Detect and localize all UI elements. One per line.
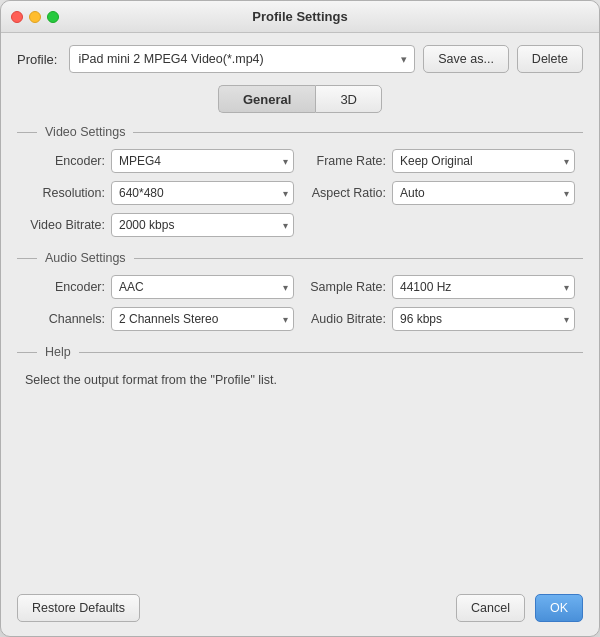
help-section: Help Select the output format from the "… [17,345,583,387]
help-line-right [79,352,583,353]
audio-encoder-select[interactable]: AAC MP3 AC3 FLAC [111,275,294,299]
frame-rate-select-wrap: Keep Original 23.97 24 25 29.97 30 60 [392,149,575,173]
resolution-label: Resolution: [25,186,105,200]
aspect-ratio-label: Aspect Ratio: [306,186,386,200]
help-line-left [17,352,37,353]
encoder-row: Encoder: MPEG4 H.264 H.265 VP8 [25,149,294,173]
aspect-ratio-select-wrap: Auto 4:3 16:9 16:10 [392,181,575,205]
sample-rate-select[interactable]: 22050 Hz 44100 Hz 48000 Hz [392,275,575,299]
resolution-row: Resolution: 640*480 720*480 1280*720 192… [25,181,294,205]
channels-select-wrap: Mono 2 Channels Stereo 5.1 [111,307,294,331]
audio-encoder-row: Encoder: AAC MP3 AC3 FLAC [25,275,294,299]
close-button[interactable] [11,11,23,23]
profile-select[interactable]: iPad mini 2 MPEG4 Video(*.mp4) iPad Air … [69,45,415,73]
delete-button[interactable]: Delete [517,45,583,73]
resolution-select-wrap: 640*480 720*480 1280*720 1920*1080 [111,181,294,205]
encoder-select-wrap: MPEG4 H.264 H.265 VP8 [111,149,294,173]
help-text: Select the output format from the "Profi… [17,369,583,387]
audio-bitrate-row: Audio Bitrate: 64 kbps 96 kbps 128 kbps … [306,307,575,331]
help-title: Help [45,345,71,359]
channels-select[interactable]: Mono 2 Channels Stereo 5.1 [111,307,294,331]
bottom-right: Cancel OK [456,594,583,622]
video-settings-title: Video Settings [45,125,125,139]
frame-rate-select[interactable]: Keep Original 23.97 24 25 29.97 30 60 [392,149,575,173]
video-bitrate-row: Video Bitrate: 500 kbps 1000 kbps 1500 k… [25,213,294,237]
profile-select-wrap: iPad mini 2 MPEG4 Video(*.mp4) iPad Air … [69,45,415,73]
traffic-lights [11,11,59,23]
bottom-bar: Restore Defaults Cancel OK [1,584,599,636]
ok-button[interactable]: OK [535,594,583,622]
sample-rate-row: Sample Rate: 22050 Hz 44100 Hz 48000 Hz [306,275,575,299]
audio-encoder-label: Encoder: [25,280,105,294]
tab-3d[interactable]: 3D [315,85,382,113]
content-area: Profile: iPad mini 2 MPEG4 Video(*.mp4) … [1,33,599,584]
audio-section-line-right [134,258,583,259]
audio-section-line-left [17,258,37,259]
window-title: Profile Settings [252,9,347,24]
encoder-select[interactable]: MPEG4 H.264 H.265 VP8 [111,149,294,173]
video-bitrate-select-wrap: 500 kbps 1000 kbps 1500 kbps 2000 kbps 3… [111,213,294,237]
video-bitrate-label: Video Bitrate: [25,218,105,232]
video-bitrate-select[interactable]: 500 kbps 1000 kbps 1500 kbps 2000 kbps 3… [111,213,294,237]
save-as-button[interactable]: Save as... [423,45,509,73]
channels-label: Channels: [25,312,105,326]
audio-bitrate-select[interactable]: 64 kbps 96 kbps 128 kbps 192 kbps 320 kb… [392,307,575,331]
video-fields-grid: Encoder: MPEG4 H.264 H.265 VP8 Frame Rat… [17,149,583,237]
maximize-button[interactable] [47,11,59,23]
audio-bitrate-label: Audio Bitrate: [306,312,386,326]
video-settings-header: Video Settings [17,125,583,139]
audio-encoder-select-wrap: AAC MP3 AC3 FLAC [111,275,294,299]
title-bar: Profile Settings [1,1,599,33]
audio-settings-title: Audio Settings [45,251,126,265]
restore-defaults-button[interactable]: Restore Defaults [17,594,140,622]
section-line-left [17,132,37,133]
minimize-button[interactable] [29,11,41,23]
video-settings-section: Video Settings Encoder: MPEG4 H.264 H.26… [17,125,583,237]
frame-rate-row: Frame Rate: Keep Original 23.97 24 25 29… [306,149,575,173]
profile-label: Profile: [17,52,57,67]
audio-fields-grid: Encoder: AAC MP3 AC3 FLAC Sample Rate: [17,275,583,331]
profile-settings-window: Profile Settings Profile: iPad mini 2 MP… [0,0,600,637]
sample-rate-select-wrap: 22050 Hz 44100 Hz 48000 Hz [392,275,575,299]
tabs-row: General 3D [17,85,583,113]
aspect-ratio-select[interactable]: Auto 4:3 16:9 16:10 [392,181,575,205]
audio-settings-section: Audio Settings Encoder: AAC MP3 AC3 FLAC [17,251,583,331]
tab-general[interactable]: General [218,85,315,113]
sample-rate-label: Sample Rate: [306,280,386,294]
aspect-ratio-row: Aspect Ratio: Auto 4:3 16:9 16:10 [306,181,575,205]
audio-bitrate-select-wrap: 64 kbps 96 kbps 128 kbps 192 kbps 320 kb… [392,307,575,331]
help-header: Help [17,345,583,359]
audio-settings-header: Audio Settings [17,251,583,265]
encoder-label: Encoder: [25,154,105,168]
resolution-select[interactable]: 640*480 720*480 1280*720 1920*1080 [111,181,294,205]
profile-row: Profile: iPad mini 2 MPEG4 Video(*.mp4) … [17,45,583,73]
channels-row: Channels: Mono 2 Channels Stereo 5.1 [25,307,294,331]
cancel-button[interactable]: Cancel [456,594,525,622]
frame-rate-label: Frame Rate: [306,154,386,168]
section-line-right [133,132,583,133]
